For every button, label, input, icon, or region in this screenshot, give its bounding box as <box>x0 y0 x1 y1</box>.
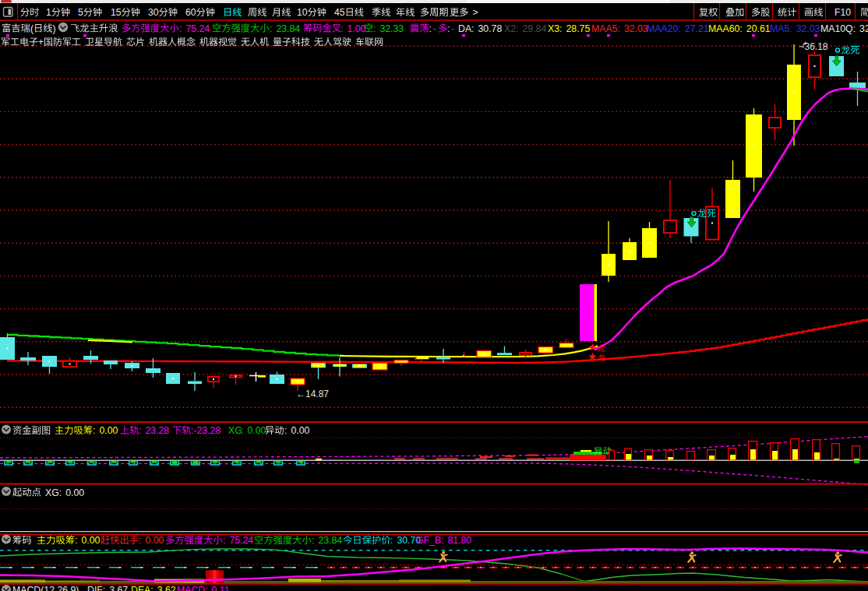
svg-text:MAA20:: MAA20: <box>647 23 681 34</box>
svg-text:23.84: 23.84 <box>318 535 342 546</box>
svg-text::: : <box>139 425 141 436</box>
svg-text:1.00: 1.00 <box>347 23 365 34</box>
svg-text:DA:: DA: <box>458 23 475 34</box>
svg-text::-23.28: :-23.28 <box>191 425 221 436</box>
svg-text:): ) <box>53 23 56 34</box>
svg-text:30: 30 <box>148 7 159 18</box>
svg-text:-: - <box>451 23 454 34</box>
svg-text:0.00: 0.00 <box>65 487 84 498</box>
svg-text:28.75: 28.75 <box>566 23 591 34</box>
svg-text:23.28: 23.28 <box>145 425 169 436</box>
svg-text:-: - <box>433 23 436 34</box>
svg-text:F10: F10 <box>834 7 851 18</box>
svg-text:MACD(12,26,9): MACD(12,26,9) <box>12 585 79 591</box>
svg-text:32.03: 32.03 <box>859 23 868 34</box>
svg-text:29.84: 29.84 <box>523 23 547 34</box>
svg-text:0.00: 0.00 <box>247 425 266 436</box>
svg-text::: : <box>179 23 182 34</box>
svg-text::: : <box>223 535 225 546</box>
svg-text:MA5:: MA5: <box>770 23 792 34</box>
svg-text:20.61: 20.61 <box>746 23 771 34</box>
svg-text:0.00: 0.00 <box>99 425 118 436</box>
svg-text:1: 1 <box>46 7 51 18</box>
svg-text:DIF:: DIF: <box>87 585 105 591</box>
svg-text::: : <box>75 535 77 546</box>
svg-text:>: > <box>472 7 478 18</box>
svg-text:~36.18: ~36.18 <box>799 41 828 52</box>
svg-text:GF_B: GF_B <box>416 535 441 546</box>
svg-text:60: 60 <box>185 7 196 18</box>
svg-text:MAA60:: MAA60: <box>708 23 743 34</box>
svg-text:XG:: XG: <box>45 487 62 498</box>
svg-text::: : <box>241 425 243 436</box>
svg-text:0.00: 0.00 <box>291 425 309 436</box>
svg-text:0.00: 0.00 <box>81 535 100 546</box>
svg-text:32.03: 32.03 <box>624 23 648 34</box>
svg-text:3.67: 3.67 <box>109 585 128 591</box>
svg-text:10: 10 <box>297 7 308 18</box>
svg-text::: : <box>390 535 393 546</box>
svg-text:0.11: 0.11 <box>212 585 230 591</box>
svg-text:45: 45 <box>334 7 345 18</box>
svg-text:81.80: 81.80 <box>447 535 471 546</box>
svg-text::: : <box>284 425 287 436</box>
svg-text:←14.87: ←14.87 <box>296 389 329 399</box>
svg-text::: : <box>373 23 376 34</box>
svg-text:MA10Q:: MA10Q: <box>820 23 856 34</box>
svg-text::: : <box>270 23 272 34</box>
svg-text:3.62: 3.62 <box>157 585 176 591</box>
svg-text::: : <box>447 23 450 34</box>
svg-text::: : <box>429 23 432 34</box>
svg-text::: : <box>93 425 95 436</box>
svg-text:DEA:: DEA: <box>131 585 153 591</box>
svg-text::: : <box>139 535 141 546</box>
svg-text:30.78: 30.78 <box>478 23 503 34</box>
svg-text:23.84: 23.84 <box>276 23 300 34</box>
svg-text:X3:: X3: <box>548 23 562 34</box>
svg-text::: : <box>441 535 443 546</box>
svg-text:32.03: 32.03 <box>796 23 820 34</box>
svg-text::: : <box>340 23 343 34</box>
svg-text:MACD:: MACD: <box>177 585 208 591</box>
svg-text:32.33: 32.33 <box>379 23 404 34</box>
svg-text:+: + <box>38 37 44 47</box>
svg-text::: : <box>312 535 314 546</box>
svg-text:MAA5:: MAA5: <box>591 23 620 34</box>
svg-text:27.21: 27.21 <box>685 23 709 34</box>
svg-text:5: 5 <box>78 7 83 18</box>
svg-text:X2:: X2: <box>504 23 518 34</box>
svg-text:75.24: 75.24 <box>185 23 210 34</box>
svg-text:15: 15 <box>111 7 122 18</box>
svg-text:75.24: 75.24 <box>229 535 253 546</box>
svg-text:0.00: 0.00 <box>145 535 164 546</box>
